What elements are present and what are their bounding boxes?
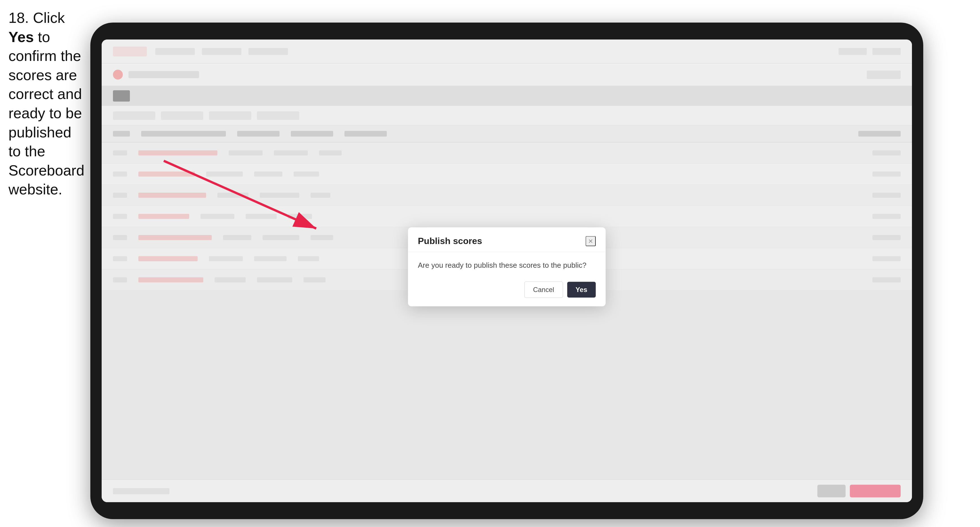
yes-button[interactable]: Yes — [567, 282, 596, 298]
tablet-device: Publish scores × Are you ready to publis… — [90, 22, 923, 519]
step-number: 18. — [8, 10, 29, 26]
screen-content: Publish scores × Are you ready to publis… — [102, 40, 912, 502]
modal-close-button[interactable]: × — [585, 236, 596, 246]
modal-title: Publish scores — [418, 236, 482, 246]
modal-dialog: Publish scores × Are you ready to publis… — [408, 227, 606, 306]
modal-header: Publish scores × — [408, 227, 606, 252]
cancel-button[interactable]: Cancel — [524, 281, 563, 298]
tablet-screen: Publish scores × Are you ready to publis… — [102, 40, 912, 502]
modal-body: Are you ready to publish these scores to… — [408, 252, 606, 276]
modal-footer: Cancel Yes — [408, 276, 606, 306]
instruction-bold: Yes — [8, 29, 34, 45]
instruction-prefix: Click — [33, 10, 65, 26]
instruction-suffix: to confirm the scores are correct and re… — [8, 29, 84, 198]
modal-message: Are you ready to publish these scores to… — [418, 260, 596, 270]
instruction-text: 18. Click Yes to confirm the scores are … — [8, 8, 88, 199]
